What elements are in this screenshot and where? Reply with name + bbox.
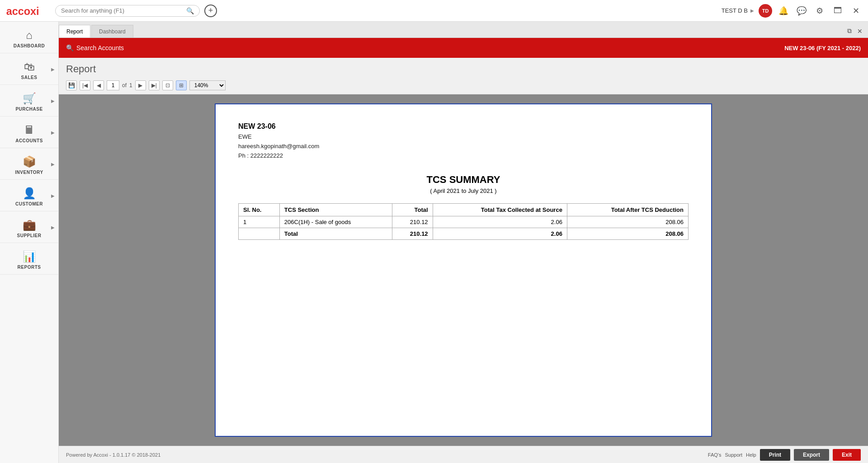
- sidebar-label-purchase: PURCHASE: [15, 107, 42, 112]
- report-title: Report: [66, 63, 861, 75]
- main-layout: ⌂ DASHBOARD 🛍 SALES ▶ 🛒 PURCHASE ▶ 🖩 ACC…: [0, 22, 868, 463]
- cell-after-deduction: 208.06: [567, 216, 688, 228]
- close-icon[interactable]: ✕: [849, 4, 863, 18]
- col-header-tax-collected: Total Tax Collected at Source: [433, 204, 567, 216]
- help-link[interactable]: Help: [746, 452, 756, 458]
- export-button[interactable]: Export: [794, 449, 829, 461]
- content-area: Report Dashboard ⧉ ✕ 🔍 Search Accounts N…: [59, 22, 868, 463]
- customer-arrow: ▶: [51, 193, 55, 198]
- accounts-arrow: ▶: [51, 130, 55, 135]
- col-header-slno: Sl. No.: [239, 204, 280, 216]
- toolbar-prev-page[interactable]: ◀: [93, 80, 104, 90]
- dashboard-icon: ⌂: [26, 29, 33, 42]
- sidebar: ⌂ DASHBOARD 🛍 SALES ▶ 🛒 PURCHASE ▶ 🖩 ACC…: [0, 22, 59, 463]
- col-header-total: Total: [392, 204, 433, 216]
- footer-right: FAQ's Support Help Print Export Exit: [708, 449, 861, 461]
- total-row: Total 210.12 2.06 208.06: [239, 228, 689, 240]
- window-icon[interactable]: 🗖: [831, 4, 844, 18]
- doc-period: ( April 2021 to July 2021 ): [238, 187, 689, 194]
- avatar[interactable]: TD: [759, 4, 772, 18]
- tab-report[interactable]: Report: [59, 25, 90, 37]
- doc-sub-name: EWE: [238, 132, 689, 142]
- tab-bar-controls: ⧉ ✕: [845, 26, 868, 37]
- search-accounts-btn[interactable]: 🔍 Search Accounts: [66, 44, 124, 51]
- user-label: TEST D B: [722, 7, 748, 14]
- total-tax: 2.06: [433, 228, 567, 240]
- search-input[interactable]: [61, 7, 184, 14]
- purchase-arrow: ▶: [51, 98, 55, 103]
- toolbar-fit-width[interactable]: ⊞: [176, 80, 187, 90]
- report-table: Sl. No. TCS Section Total Total Tax Coll…: [238, 203, 689, 240]
- col-header-section: TCS Section: [279, 204, 392, 216]
- sidebar-item-supplier[interactable]: 💼 SUPPLIER ▶: [0, 211, 58, 243]
- total-total: 210.12: [392, 228, 433, 240]
- accounts-icon: 🖩: [24, 124, 35, 136]
- sidebar-label-supplier: SUPPLIER: [17, 233, 41, 238]
- page-total: 1: [129, 82, 132, 89]
- sales-icon: 🛍: [24, 61, 35, 73]
- exit-button[interactable]: Exit: [833, 449, 861, 461]
- supplier-arrow: ▶: [51, 224, 55, 229]
- print-button[interactable]: Print: [760, 449, 790, 461]
- tab-restore-icon[interactable]: ⧉: [845, 26, 854, 36]
- faq-link[interactable]: FAQ's: [708, 452, 722, 458]
- sidebar-label-accounts: ACCOUNTS: [15, 138, 43, 143]
- message-icon[interactable]: 💬: [795, 4, 808, 18]
- doc-company: NEW 23-06: [238, 122, 689, 131]
- sidebar-item-purchase[interactable]: 🛒 PURCHASE ▶: [0, 85, 58, 117]
- doc-phone: Ph : 2222222222: [238, 151, 689, 161]
- doc-report-title: TCS SUMMARY: [238, 174, 689, 186]
- report-header-bar: 🔍 Search Accounts NEW 23-06 (FY 2021 - 2…: [59, 38, 868, 58]
- zoom-select[interactable]: 140% 100% 75% 50%: [189, 80, 226, 90]
- user-info[interactable]: TEST D B ▶: [722, 7, 754, 14]
- table-row: 1 206C(1H) - Sale of goods 210.12 2.06 2…: [239, 216, 689, 228]
- search-accounts-label: Search Accounts: [76, 44, 124, 51]
- tab-close-icon[interactable]: ✕: [855, 27, 864, 36]
- report-viewer[interactable]: NEW 23-06 EWE hareesh.kgopinath@gmail.co…: [59, 94, 868, 446]
- cell-tax-collected: 2.06: [433, 216, 567, 228]
- powered-by: Powered by Accoxi - 1.0.1.17 © 2018-2021: [66, 452, 160, 458]
- report-title-bar: Report: [59, 58, 868, 79]
- search-bar[interactable]: 🔍: [55, 5, 200, 17]
- document: NEW 23-06 EWE hareesh.kgopinath@gmail.co…: [215, 103, 712, 437]
- toolbar-fit-page[interactable]: ⊡: [162, 80, 173, 90]
- reports-icon: 📊: [23, 250, 36, 263]
- total-slno-empty: [239, 228, 280, 240]
- sidebar-item-sales[interactable]: 🛍 SALES ▶: [0, 53, 58, 85]
- footer: Powered by Accoxi - 1.0.1.17 © 2018-2021…: [59, 446, 868, 463]
- purchase-icon: 🛒: [23, 92, 36, 105]
- doc-sub: EWE hareesh.kgopinath@gmail.com Ph : 222…: [238, 132, 689, 160]
- cell-slno: 1: [239, 216, 280, 228]
- sidebar-item-inventory[interactable]: 📦 INVENTORY ▶: [0, 148, 58, 180]
- logo[interactable]: accoxi: [5, 3, 46, 19]
- inventory-arrow: ▶: [51, 161, 55, 166]
- col-header-after-deduction: Total After TCS Deduction: [567, 204, 688, 216]
- support-link[interactable]: Support: [725, 452, 742, 458]
- report-toolbar: 💾 |◀ ◀ of 1 ▶ ▶| ⊡ ⊞ 140% 100% 75% 50%: [59, 79, 868, 94]
- sidebar-label-sales: SALES: [21, 75, 38, 80]
- toolbar-save-icon[interactable]: 💾: [66, 80, 77, 90]
- supplier-icon: 💼: [23, 219, 36, 231]
- cell-total: 210.12: [392, 216, 433, 228]
- page-number-input[interactable]: [107, 80, 119, 90]
- report-period: NEW 23-06 (FY 2021 - 2022): [784, 45, 861, 51]
- doc-email: hareesh.kgopinath@gmail.com: [238, 142, 689, 151]
- sidebar-item-customer[interactable]: 👤 CUSTOMER ▶: [0, 180, 58, 211]
- search-accounts-icon: 🔍: [66, 44, 74, 51]
- sidebar-item-reports[interactable]: 📊 REPORTS: [0, 243, 58, 275]
- settings-icon[interactable]: ⚙: [813, 4, 826, 18]
- sidebar-label-reports: REPORTS: [18, 265, 41, 270]
- inventory-icon: 📦: [23, 155, 36, 168]
- doc-title-text: TCS SUMMARY: [238, 174, 689, 186]
- total-label: Total: [279, 228, 392, 240]
- tab-dashboard[interactable]: Dashboard: [91, 25, 133, 37]
- toolbar-first-page[interactable]: |◀: [80, 80, 90, 90]
- sidebar-item-dashboard[interactable]: ⌂ DASHBOARD: [0, 22, 58, 53]
- search-icon: 🔍: [186, 7, 194, 14]
- notification-icon[interactable]: 🔔: [777, 4, 790, 18]
- toolbar-next-page[interactable]: ▶: [135, 80, 146, 90]
- add-button[interactable]: +: [204, 5, 217, 17]
- toolbar-last-page[interactable]: ▶|: [149, 80, 160, 90]
- sidebar-item-accounts[interactable]: 🖩 ACCOUNTS ▶: [0, 117, 58, 148]
- total-after: 208.06: [567, 228, 688, 240]
